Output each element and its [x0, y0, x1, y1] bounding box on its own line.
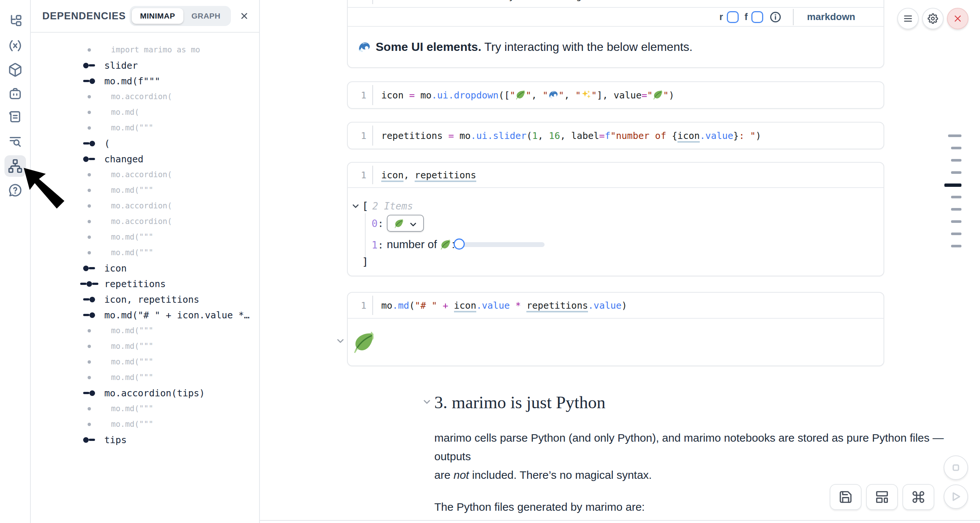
minimap-item[interactable]: icon, repetitions — [31, 292, 259, 307]
cell-dot-icon — [77, 95, 101, 99]
cell-dot-icon — [77, 345, 101, 348]
snippets-icon[interactable] — [5, 107, 26, 128]
package-icon[interactable] — [5, 59, 26, 81]
section-collapse-icon[interactable] — [422, 397, 432, 407]
minimap-item-label: mo.accordion( — [111, 92, 172, 101]
tree-collapse-icon[interactable] — [351, 201, 360, 211]
icon-dropdown-control[interactable] — [387, 215, 424, 232]
tab-minimap[interactable]: MINIMAP — [132, 8, 183, 24]
minimap-item-label: changed — [104, 154, 143, 164]
cell-dot-icon — [77, 173, 101, 177]
minimap-item[interactable]: changed — [31, 151, 259, 167]
tab-graph[interactable]: GRAPH — [183, 8, 229, 24]
minimap-item[interactable]: tips — [31, 432, 259, 448]
line-number: 1 — [348, 0, 372, 2]
tree-close-bracket: ] — [362, 255, 368, 268]
dependency-marker-icon — [77, 156, 101, 162]
dependency-graph-icon[interactable] — [5, 155, 26, 177]
code-line: Some UI elements. Try interacting with t… — [373, 0, 721, 2]
minimap-item[interactable]: repetitions — [31, 276, 259, 292]
ai-bot-icon[interactable] — [5, 83, 26, 104]
slider-thumb[interactable] — [453, 238, 465, 250]
minimap-item[interactable]: mo.md(""" — [31, 338, 259, 354]
code-editor[interactable]: 1 Some UI elements. Try interacting with… — [348, 0, 883, 8]
minimap-item-label: mo.md("# " + icon.value *… — [104, 310, 250, 320]
shutdown-button[interactable] — [947, 8, 969, 29]
minimap-item[interactable]: import marimo as mo — [31, 42, 259, 57]
raw-toggle-checkbox[interactable] — [727, 11, 739, 23]
code-editor[interactable]: 1 mo.md("# " + icon.value * repetitions.… — [348, 293, 883, 319]
minimap-item[interactable]: mo.md(""" — [31, 120, 259, 136]
minimap-item[interactable]: mo.accordion( — [31, 89, 259, 104]
minimap-item[interactable]: mo.md(f""" — [31, 73, 259, 89]
slider-label: number of — [387, 238, 437, 251]
minimap-item[interactable]: mo.md(""" — [31, 229, 259, 245]
minimap-item[interactable]: slider — [31, 57, 259, 73]
cell-position-minimap[interactable] — [944, 134, 961, 257]
cell-output — [348, 319, 883, 365]
cell-mark[interactable] — [951, 159, 961, 161]
format-toggle-checkbox[interactable] — [751, 11, 763, 23]
help-icon[interactable] — [5, 179, 26, 201]
cell-markdown-ui-elements: 1 Some UI elements. Try interacting with… — [347, 0, 884, 68]
cell-mark[interactable] — [951, 245, 961, 247]
code-editor[interactable]: 1 icon, repetitions — [348, 163, 883, 188]
cell-mark[interactable] — [951, 208, 961, 210]
minimap-item-label: import marimo as mo — [111, 45, 200, 54]
minimap-item[interactable]: mo.md("# " + icon.value *… — [31, 307, 259, 323]
view-toggle: MINIMAP GRAPH — [130, 6, 231, 26]
code-editor[interactable]: 1 repetitions = mo.ui.slider(1, 16, labe… — [348, 123, 883, 148]
minimap-item-label: mo.md(""" — [111, 420, 153, 429]
minimap-item[interactable]: mo.accordion( — [31, 214, 259, 229]
minimap-item[interactable]: mo.md(""" — [31, 354, 259, 370]
cell-dot-icon — [77, 236, 101, 239]
cell-mark[interactable] — [948, 134, 961, 137]
minimap-item[interactable]: mo.md(""" — [31, 245, 259, 260]
layout-button[interactable] — [866, 484, 898, 510]
dependency-marker-icon — [77, 78, 101, 84]
menu-button[interactable] — [897, 8, 919, 29]
cell-dot-icon — [77, 48, 101, 52]
minimap-item[interactable]: mo.md(""" — [31, 370, 259, 385]
dependency-marker-icon — [77, 141, 101, 146]
minimap-item[interactable]: ( — [31, 136, 259, 151]
stop-button[interactable] — [943, 455, 968, 480]
search-logs-icon[interactable] — [5, 131, 26, 153]
file-tree-icon[interactable] — [5, 10, 26, 32]
minimap-item[interactable]: mo.md(""" — [31, 323, 259, 338]
cell-mark[interactable] — [951, 196, 961, 198]
cell-md-leaf: 1 mo.md("# " + icon.value * repetitions.… — [347, 292, 884, 366]
section-heading: 3. marimo is just Python — [434, 392, 980, 412]
slider-track[interactable] — [459, 242, 544, 247]
output-bold-text: Some UI elements. — [375, 40, 482, 54]
dependency-marker-icon — [77, 281, 101, 287]
close-panel-button[interactable] — [237, 8, 252, 23]
code-editor[interactable]: 1 icon = mo.ui.dropdown(["", "", ""], va… — [348, 82, 883, 108]
cell-mark[interactable] — [951, 220, 961, 223]
cell-mark[interactable] — [951, 171, 961, 174]
cell-mark[interactable] — [951, 147, 961, 149]
minimap-item[interactable]: mo.md(""" — [31, 401, 259, 416]
minimap-item[interactable]: mo.accordion(tips) — [31, 385, 259, 401]
save-button[interactable] — [830, 484, 862, 510]
info-icon[interactable] — [769, 11, 782, 23]
raw-toggle-label: r — [719, 11, 723, 22]
shortcuts-button[interactable] — [902, 484, 934, 510]
cell-language-label[interactable]: markdown — [807, 11, 855, 23]
minimap-item-label: mo.md(""" — [111, 123, 153, 132]
minimap-item-label: mo.accordion(tips) — [104, 388, 205, 399]
minimap-item[interactable]: mo.md(""" — [31, 416, 259, 432]
minimap-item-label: mo.md(""" — [111, 373, 153, 382]
run-all-button[interactable] — [943, 485, 968, 509]
active-cell-mark[interactable] — [944, 183, 961, 187]
tree-key-1: 1 — [372, 239, 377, 251]
settings-button[interactable] — [922, 8, 943, 29]
variables-icon[interactable] — [5, 35, 26, 56]
minimap-item[interactable]: icon — [31, 260, 259, 276]
section-paragraph-2: The Python files generated by marimo are… — [434, 498, 980, 516]
minimap-item-label: mo.md(f""" — [104, 76, 161, 86]
output-collapse-icon[interactable] — [335, 336, 345, 346]
cell-mark[interactable] — [951, 233, 961, 235]
minimap-item[interactable]: mo.md( — [31, 104, 259, 120]
minimap-item-label: mo.md(""" — [111, 186, 153, 195]
